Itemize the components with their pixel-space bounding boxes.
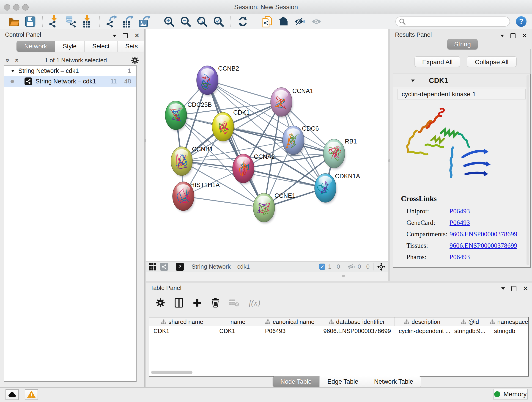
panel-close-icon[interactable] (523, 285, 528, 292)
split-table-icon[interactable] (175, 298, 183, 307)
table-cell[interactable]: P06493 (261, 326, 319, 336)
network-node[interactable] (315, 173, 336, 204)
global-search[interactable] (395, 17, 510, 27)
export-image-icon[interactable] (139, 15, 151, 28)
help-button[interactable]: ? (516, 16, 526, 27)
network-edge[interactable] (243, 168, 325, 188)
crosslink-link[interactable]: 9606.ENSP00000378699 (450, 242, 517, 249)
save-session-icon[interactable] (24, 15, 36, 28)
column-header-description[interactable]: description (394, 317, 450, 326)
crosslink-link[interactable]: P06493 (450, 219, 470, 226)
crosslink-label: Compartments: (406, 230, 450, 238)
network-node[interactable] (212, 112, 234, 142)
panel-menu-icon[interactable] (501, 287, 505, 290)
table-cell[interactable]: CDK1 (215, 326, 261, 336)
import-network-file-icon[interactable] (48, 15, 61, 28)
network-options-gear-icon[interactable] (131, 56, 139, 64)
warnings-button[interactable] (25, 389, 38, 400)
application-window: Session: New Session (0, 0, 532, 402)
table-cell[interactable]: stringdb (490, 326, 528, 336)
network-edge[interactable] (183, 196, 264, 208)
table-horizontal-scrollbar[interactable] (151, 370, 192, 374)
network-node[interactable] (271, 88, 293, 118)
grid-mode-icon[interactable] (148, 263, 156, 271)
clone-network-icon[interactable] (261, 15, 273, 28)
panel-close-icon[interactable] (134, 32, 139, 39)
protein-expander-icon[interactable] (411, 80, 415, 82)
delete-column-trash-icon[interactable] (211, 298, 220, 307)
delete-table-icon[interactable] (229, 299, 239, 307)
birdseye-pan-icon[interactable] (377, 263, 385, 271)
crosslink-link[interactable]: P06493 (450, 253, 470, 261)
search-input[interactable] (408, 18, 506, 25)
table-settings-gear-icon[interactable] (156, 298, 165, 307)
tab-network[interactable]: Network (17, 41, 55, 52)
collapse-all-networks-icon[interactable] (6, 57, 10, 64)
tab-sets[interactable]: Sets (117, 41, 146, 52)
tab-network-table[interactable]: Network Table (366, 376, 421, 387)
table-row[interactable]: CDK1CDK1P064939606.ENSP00000378699cyclin… (149, 326, 528, 336)
network-collection-row[interactable]: String Network – cdk1 1 (4, 65, 136, 76)
panel-menu-icon[interactable] (500, 35, 504, 37)
collapse-all-button[interactable]: Collapse All (467, 56, 517, 67)
results-scrollbar[interactable] (526, 75, 529, 265)
table-cell[interactable]: 9606.ENSP00000378699 (319, 326, 394, 336)
string-home-icon[interactable] (278, 15, 290, 28)
network-node[interactable] (323, 139, 345, 169)
column-header-namespace[interactable]: namespace (490, 317, 528, 326)
import-table-icon[interactable] (81, 15, 94, 28)
cloud-status-button[interactable] (6, 389, 19, 400)
crosslink-link[interactable]: 9606.ENSP00000378699 (450, 230, 517, 238)
panel-menu-icon[interactable] (113, 35, 116, 37)
column-header-canonical-name[interactable]: canonical name (261, 317, 319, 326)
network-node[interactable] (283, 126, 304, 156)
network-edge[interactable] (207, 80, 264, 208)
zoom-selected-icon[interactable] (212, 15, 225, 28)
zoom-out-icon[interactable] (179, 15, 192, 28)
tab-style[interactable]: Style (55, 41, 84, 52)
hide-selected-eye-slash-icon[interactable] (294, 15, 306, 28)
import-network-database-icon[interactable] (65, 15, 77, 28)
add-column-icon[interactable] (193, 298, 202, 307)
network-row[interactable]: String Network – cdk1 11 48 (4, 76, 136, 87)
column-header-@id[interactable]: @id (450, 317, 490, 326)
panel-float-icon[interactable] (123, 33, 128, 38)
expand-all-networks-icon[interactable] (14, 57, 18, 64)
column-header-name[interactable]: name (215, 317, 261, 326)
network-canvas[interactable]: CCNB2CCNA1CDC25BCDK1CDC6RB1CCNB1CCNA2CDK… (146, 29, 388, 261)
panel-float-icon[interactable] (510, 33, 515, 38)
open-session-icon[interactable] (7, 15, 20, 28)
network-node[interactable] (233, 154, 254, 184)
table-cell[interactable]: cyclin-dependent ... (394, 326, 450, 336)
memory-button[interactable]: Memory (493, 389, 528, 400)
export-network-icon[interactable] (106, 15, 118, 28)
show-all-eye-icon[interactable] (310, 15, 323, 28)
table-cell[interactable]: CDK1 (149, 326, 215, 336)
column-header-database-identifier[interactable]: database identifier (319, 317, 394, 326)
network-node[interactable] (171, 147, 193, 177)
table-cell[interactable]: stringdb:9... (450, 326, 490, 336)
tab-select[interactable]: Select (84, 41, 117, 52)
results-tab-string[interactable]: String (447, 39, 478, 50)
tab-edge-table[interactable]: Edge Table (319, 376, 366, 387)
apply-layout-icon[interactable] (237, 15, 249, 28)
panel-close-icon[interactable] (522, 32, 527, 39)
protein-header[interactable]: CDK1 (393, 74, 530, 87)
network-share-view-icon[interactable] (160, 263, 168, 271)
detach-view-icon[interactable] (176, 263, 184, 271)
panel-float-icon[interactable] (511, 286, 516, 291)
export-table-icon[interactable] (122, 15, 134, 28)
network-node[interactable] (196, 66, 219, 96)
function-builder-icon[interactable]: f(x) (249, 298, 260, 307)
network-node[interactable] (165, 101, 187, 131)
selected-nodes-checkbox-icon[interactable] (319, 264, 325, 270)
expand-all-button[interactable]: Expand All (414, 56, 460, 67)
tab-node-table[interactable]: Node Table (273, 376, 319, 387)
crosslink-link[interactable]: P06493 (450, 207, 470, 215)
network-node[interactable] (253, 193, 275, 223)
column-header-shared-name[interactable]: shared name (149, 317, 215, 326)
zoom-fit-content-icon[interactable] (196, 15, 208, 28)
zoom-in-icon[interactable] (163, 15, 175, 28)
collection-expander-icon[interactable] (11, 70, 15, 72)
splitter-handle[interactable] (342, 275, 345, 277)
